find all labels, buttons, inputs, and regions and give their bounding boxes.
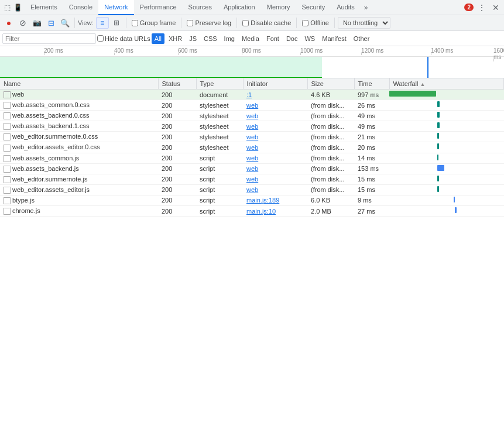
cell-status: 200 — [158, 90, 196, 100]
cell-size: 2.0 MB — [307, 206, 354, 217]
screenshot-button[interactable]: 📷 — [30, 16, 43, 29]
tab-audits[interactable]: Audits — [331, 0, 361, 15]
table-row[interactable]: web_editor.summernote.0.css200stylesheet… — [0, 132, 504, 142]
cell-size: (from disk... — [307, 153, 354, 163]
table-row[interactable]: web.assets_common.js200scriptweb(from di… — [0, 153, 504, 163]
more-options-icon[interactable]: ⋮ — [476, 2, 488, 13]
cell-time: 49 ms — [354, 121, 389, 132]
mobile-icon[interactable]: 📱 — [13, 3, 22, 12]
filter-img-button[interactable]: Img — [221, 33, 238, 44]
filter-other-button[interactable]: Other — [351, 33, 373, 44]
table-row[interactable]: chrome.js200scriptmain.js:102.0 MB27 ms — [0, 206, 504, 217]
main-content: 200 ms 400 ms 600 ms 800 ms 1000 ms 1200… — [0, 46, 504, 429]
table-row[interactable]: web_editor.assets_editor.js200scriptweb(… — [0, 184, 504, 195]
cell-initiator[interactable]: web — [243, 121, 307, 132]
cell-name: web.assets_backend.js — [0, 163, 158, 174]
filter-button[interactable]: ⊟ — [44, 16, 57, 29]
stop-button[interactable]: ⊘ — [16, 16, 29, 29]
table-row[interactable]: web200document:14.6 KB997 ms — [0, 90, 504, 100]
tab-elements[interactable]: Elements — [25, 0, 63, 15]
filter-css-button[interactable]: CSS — [201, 33, 220, 44]
network-table-container[interactable]: Name Status Type Initiator Size Time Wat… — [0, 78, 504, 429]
filter-font-button[interactable]: Font — [263, 33, 282, 44]
col-size[interactable]: Size — [307, 78, 354, 90]
tick-600ms: 600 ms — [178, 47, 197, 54]
offline-checkbox[interactable]: Offline — [300, 19, 331, 26]
cell-initiator[interactable]: web — [243, 100, 307, 111]
cell-waterfall — [389, 100, 504, 111]
inspect-icon[interactable]: ⬚ — [2, 3, 12, 12]
table-row[interactable]: web.assets_backend.1.css200stylesheetweb… — [0, 121, 504, 132]
filter-xhr-button[interactable]: XHR — [166, 33, 185, 44]
cell-time: 9 ms — [354, 195, 389, 205]
table-row[interactable]: btype.js200scriptmain.js:1896.0 KB9 ms — [0, 195, 504, 205]
tab-sources[interactable]: Sources — [183, 0, 218, 15]
tab-memory[interactable]: Memory — [261, 0, 296, 15]
throttle-select[interactable]: No throttling — [338, 17, 390, 29]
tick-800ms: 800 ms — [242, 47, 261, 54]
table-row[interactable]: web.assets_backend.js200scriptweb(from d… — [0, 163, 504, 174]
cell-time: 15 ms — [354, 184, 389, 195]
table-row[interactable]: web_editor.summernote.js200scriptweb(fro… — [0, 174, 504, 184]
disable-cache-checkbox[interactable]: Disable cache — [240, 19, 293, 26]
preserve-log-input[interactable] — [187, 20, 193, 26]
table-row[interactable]: web.assets_backend.0.css200stylesheetweb… — [0, 111, 504, 121]
table-row[interactable]: web.assets_common.0.css200stylesheetweb(… — [0, 100, 504, 111]
group-frame-checkbox[interactable]: Group frame — [129, 19, 179, 26]
tab-bar-icons: ⬚ 📱 — [2, 3, 22, 12]
col-waterfall[interactable]: Waterfall ▲ — [389, 78, 504, 90]
disable-cache-input[interactable] — [242, 20, 249, 26]
col-status[interactable]: Status — [158, 78, 196, 90]
cell-name: web_editor.summernote.js — [0, 174, 158, 184]
cell-type: script — [196, 174, 243, 184]
cell-initiator[interactable]: main.js:189 — [243, 195, 307, 205]
offline-input[interactable] — [302, 20, 308, 26]
cell-initiator[interactable]: web — [243, 153, 307, 163]
cell-initiator[interactable]: web — [243, 174, 307, 184]
filter-doc-button[interactable]: Doc — [283, 33, 301, 44]
tab-application[interactable]: Application — [218, 0, 261, 15]
col-name[interactable]: Name — [0, 78, 158, 90]
tab-performance[interactable]: Performance — [134, 0, 183, 15]
cell-initiator[interactable]: main.js:10 — [243, 206, 307, 217]
cell-initiator[interactable]: web — [243, 184, 307, 195]
cell-initiator[interactable]: web — [243, 111, 307, 121]
tab-bar-right: 2 ⋮ ✕ — [464, 2, 502, 13]
cell-initiator[interactable]: web — [243, 163, 307, 174]
cell-time: 26 ms — [354, 100, 389, 111]
filter-js-button[interactable]: JS — [186, 33, 200, 44]
table-row[interactable]: web_editor.assets_editor.0.css200stylesh… — [0, 142, 504, 153]
col-time[interactable]: Time — [354, 78, 389, 90]
filter-all-button[interactable]: All — [152, 33, 164, 44]
close-devtools-icon[interactable]: ✕ — [490, 2, 502, 13]
cell-status: 200 — [158, 121, 196, 132]
col-type[interactable]: Type — [196, 78, 243, 90]
preserve-log-checkbox[interactable]: Preserve log — [184, 19, 234, 26]
list-view-button[interactable]: ≡ — [96, 17, 109, 29]
cell-initiator[interactable]: web — [243, 132, 307, 142]
group-frame-input[interactable] — [132, 20, 138, 26]
filter-media-button[interactable]: Media — [239, 33, 262, 44]
tab-security[interactable]: Security — [296, 0, 331, 15]
record-button[interactable]: ● — [2, 16, 15, 29]
grid-view-button[interactable]: ⊞ — [110, 17, 123, 29]
more-tabs-button[interactable]: » — [361, 1, 372, 14]
filter-ws-button[interactable]: WS — [301, 33, 318, 44]
cell-size: 6.0 KB — [307, 195, 354, 205]
timeline-cursor[interactable] — [427, 57, 428, 78]
cell-initiator[interactable]: :1 — [243, 90, 307, 100]
hide-data-urls-checkbox[interactable]: Hide data URLs — [97, 35, 150, 42]
cell-name: web_editor.assets_editor.js — [0, 184, 158, 195]
hide-data-urls-input[interactable] — [97, 35, 104, 42]
search-button[interactable]: 🔍 — [59, 16, 71, 29]
tab-console[interactable]: Console — [63, 0, 98, 15]
filter-input[interactable] — [2, 33, 96, 44]
cell-waterfall — [389, 163, 504, 174]
cell-size: (from disk... — [307, 111, 354, 121]
col-initiator[interactable]: Initiator — [243, 78, 307, 90]
cell-initiator[interactable]: web — [243, 142, 307, 153]
cell-size: (from disk... — [307, 142, 354, 153]
cell-waterfall — [389, 195, 504, 205]
filter-manifest-button[interactable]: Manifest — [319, 33, 349, 44]
tab-network[interactable]: Network — [98, 0, 133, 15]
